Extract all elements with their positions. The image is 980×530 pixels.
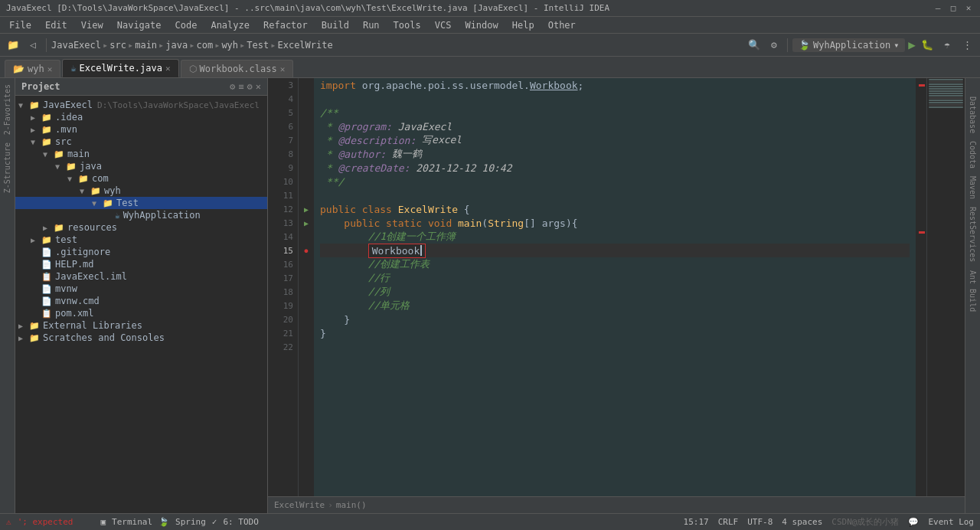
tree-item-helpmd[interactable]: 📄 HELP.md (15, 258, 267, 270)
menu-code[interactable]: Code (169, 18, 204, 32)
minimize-button[interactable]: — (933, 3, 943, 14)
tree-item-ext-libs[interactable]: ▶ 📁 External Libraries (15, 319, 267, 332)
tree-label-wyh: wyh (104, 185, 121, 196)
minimap-l7 (929, 93, 963, 94)
menu-view[interactable]: View (75, 18, 109, 32)
menu-help[interactable]: Help (506, 18, 541, 32)
menu-edit[interactable]: Edit (39, 18, 74, 32)
tree-item-pomxml[interactable]: 📋 pom.xml (15, 307, 267, 319)
menu-refactor[interactable]: Refactor (257, 18, 314, 32)
right-tab-codota[interactable]: Codota (967, 138, 978, 172)
right-tab-restservices[interactable]: RestServices (967, 204, 978, 265)
menu-other[interactable]: Other (542, 18, 582, 32)
right-tab-maven[interactable]: Maven (967, 173, 978, 202)
gutter-18 (299, 285, 314, 299)
bc-javaexecl[interactable]: JavaExecl (51, 40, 101, 51)
tree-item-idea[interactable]: ▶ 📁 .idea (15, 111, 267, 123)
tab-workbook-close[interactable]: ✕ (280, 64, 286, 74)
tab-wyh-close[interactable]: ✕ (47, 64, 53, 74)
bc-test[interactable]: Test (247, 40, 269, 51)
right-tab-database[interactable]: Database (967, 93, 978, 136)
coverage-button[interactable]: ☂ (939, 37, 956, 54)
run-arrow-12[interactable]: ▶ (304, 205, 309, 214)
line-5: 5 (268, 106, 298, 119)
status-spring-label[interactable]: Spring (175, 517, 206, 527)
tree-item-iml[interactable]: 📋 JavaExecl.iml (15, 270, 267, 283)
debug-button[interactable]: 🐛 (919, 37, 936, 54)
status-eventlog-label[interactable]: Event Log (928, 517, 974, 527)
left-tab-favorites[interactable]: 2-Favorites (2, 81, 13, 138)
bc-main[interactable]: main (135, 40, 157, 51)
tree-label-iml: JavaExecl.iml (55, 271, 127, 282)
tree-item-wyhapplication[interactable]: ☕ WyhApplication (15, 209, 267, 221)
line-14: 14 (268, 230, 298, 244)
toolbar-more-btn[interactable]: ⋮ (959, 37, 975, 54)
panel-close-icon[interactable]: ✕ (256, 81, 261, 92)
menu-window[interactable]: Window (459, 18, 504, 32)
menu-analyze[interactable]: Analyze (204, 18, 256, 32)
line-15: 15 (268, 244, 298, 257)
status-utf[interactable]: UTF-8 (747, 517, 773, 527)
panel-layout-icon[interactable]: ≡ (238, 81, 243, 92)
tab-wyh[interactable]: 📂 wyh ✕ (5, 60, 60, 77)
panel-gear-icon[interactable]: ⚙ (230, 81, 235, 92)
tab-excelwrite[interactable]: ☕ ExcelWrite.java ✕ (62, 59, 178, 77)
menu-navigate[interactable]: Navigate (111, 18, 168, 32)
menu-run[interactable]: Run (357, 18, 386, 32)
tree-item-mvnwcmd[interactable]: 📄 mvnw.cmd (15, 295, 267, 307)
right-tab-antbuild[interactable]: Ant Build (967, 267, 978, 315)
bc-com[interactable]: com (196, 40, 213, 51)
tree-item-main[interactable]: ▼ 📁 main (15, 148, 267, 160)
code-editor[interactable]: import org.apache.poi.ss.usermodel.Workb… (314, 78, 916, 496)
tree-label-idea: .idea (55, 112, 83, 123)
tree-item-javaexecl[interactable]: ▼ 📁 JavaExecl D:\Tools\JavaWorkSpace\Jav… (15, 99, 267, 111)
tree-item-mvnw[interactable]: 📄 mvnw (15, 283, 267, 295)
close-button[interactable]: ✕ (963, 3, 974, 14)
breadcrumb-main[interactable]: main() (336, 500, 367, 510)
menu-file[interactable]: File (3, 18, 38, 32)
line-21: 21 (268, 326, 298, 340)
status-indent[interactable]: 4 spaces (782, 517, 822, 527)
line-4: 4 (268, 92, 298, 106)
tree-item-java-folder[interactable]: ▼ 📁 java (15, 160, 267, 172)
status-position: 15:17 (684, 517, 709, 527)
toolbar-project-icon[interactable]: 📁 (5, 37, 21, 54)
tree-item-test[interactable]: ▶ 📁 test (15, 234, 267, 246)
bc-wyh[interactable]: wyh (221, 40, 238, 51)
tab-excelwrite-close[interactable]: ✕ (165, 64, 171, 74)
editor-content[interactable]: 3 4 5 6 7 8 9 10 11 12 13 14 15 16 17 18… (268, 78, 965, 496)
menu-vcs[interactable]: VCS (429, 18, 458, 32)
toolbar-back-btn[interactable]: ◁ (24, 37, 41, 54)
autocomplete-workbook[interactable]: Workbook (368, 244, 426, 258)
gutter-12: ▶ (299, 202, 314, 216)
tree-item-scratches[interactable]: ▶ 📁 Scratches and Consoles (15, 332, 267, 344)
bc-java[interactable]: java (165, 40, 188, 51)
gutter-3 (299, 78, 314, 92)
tree-item-resources[interactable]: ▶ 📁 resources (15, 221, 267, 234)
left-tab-structure[interactable]: Z-Structure (2, 139, 13, 196)
tree-item-wyh[interactable]: ▼ 📁 wyh (15, 185, 267, 197)
run-config-selector[interactable]: 🍃 WyhApplication ▾ (792, 38, 905, 52)
maximize-button[interactable]: □ (948, 3, 959, 14)
run-button[interactable]: ▶ (908, 38, 916, 52)
bc-src[interactable]: src (109, 40, 126, 51)
bc-excelwrite[interactable]: ExcelWrite (277, 40, 332, 51)
panel-settings-icon[interactable]: ⚙ (247, 81, 253, 92)
toolbar-settings-icon[interactable]: ⚙ (766, 37, 782, 54)
breadcrumb-excelwrite[interactable]: ExcelWrite (274, 500, 325, 510)
status-crlf[interactable]: CRLF (718, 517, 739, 527)
status-todo-label[interactable]: 6: TODO (223, 517, 258, 527)
menu-build[interactable]: Build (315, 18, 355, 32)
tab-workbook[interactable]: ⬡ Workbook.class ✕ (181, 60, 294, 77)
tree-item-test-folder[interactable]: ▼ 📁 Test (15, 197, 267, 209)
status-terminal-label[interactable]: Terminal (112, 517, 152, 527)
tree-item-com[interactable]: ▼ 📁 com (15, 172, 267, 185)
minimap-l6 (929, 90, 963, 92)
toolbar-search-icon[interactable]: 🔍 (746, 37, 763, 54)
tree-item-mvn[interactable]: ▶ 📁 .mvn (15, 123, 267, 136)
run-config-icon: 🍃 (799, 40, 810, 51)
tree-item-gitignore[interactable]: 📄 .gitignore (15, 246, 267, 258)
menu-tools[interactable]: Tools (387, 18, 427, 32)
tree-item-src[interactable]: ▼ 📁 src (15, 136, 267, 148)
run-arrow-13[interactable]: ▶ (304, 219, 309, 227)
